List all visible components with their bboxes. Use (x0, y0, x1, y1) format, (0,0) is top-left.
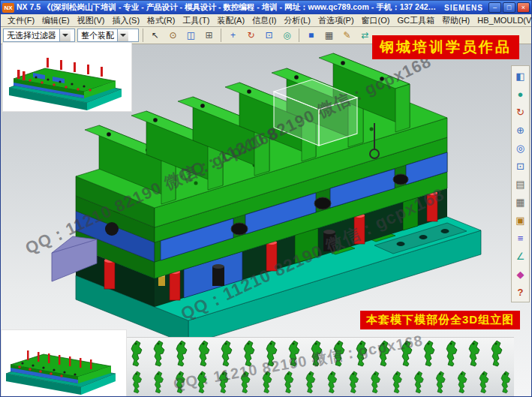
rotate-view-button[interactable]: ↻ (243, 28, 259, 43)
rotate-view-button[interactable]: ↻ (512, 104, 528, 120)
highlight-faces-button[interactable]: ⊞ (201, 28, 217, 43)
toolbar-separator (143, 29, 143, 42)
zoom-window-icon: ⊡ (265, 31, 272, 40)
shaded-cube-icon: ■ (308, 31, 314, 40)
menu-item-analysis[interactable]: 分析(L) (280, 15, 314, 26)
snapshot-button[interactable]: ▣ (512, 212, 528, 228)
assembly-preview-bottom-left (1, 329, 127, 397)
select-arrow-button[interactable]: ↖ (147, 28, 163, 43)
fit-view-button[interactable]: ◎ (279, 28, 295, 43)
rotate-icon: ↻ (247, 31, 254, 40)
object-display-icon: ◆ (517, 269, 524, 279)
trimetric-view-icon: ◧ (515, 71, 524, 81)
measure-angle-button[interactable]: ∠ (512, 248, 528, 264)
caption-banner: 本套模下模部份全3D组立图 (360, 311, 520, 329)
assembly-preview-image (2, 330, 126, 397)
shaded-view-button[interactable]: ● (512, 86, 528, 102)
wireframe-view-icon: ▦ (515, 197, 524, 207)
zoom-window-button[interactable]: ⊡ (261, 28, 277, 43)
window-title: NX 7.5 《(深圳松岗山下培训 - 专业 - 产品设计 - 模具设计 - 数… (17, 2, 439, 13)
layer-settings-button[interactable]: ≡ (512, 230, 528, 246)
snap-point-button[interactable]: ⊙ (165, 28, 181, 43)
shaded-view-button[interactable]: ■ (303, 28, 319, 43)
edit-object-display-button[interactable]: ✎ (339, 28, 355, 43)
siemens-logo: SIEMENS (444, 4, 483, 12)
toolbar-separator (299, 29, 299, 42)
nx-application-window: NX NX 7.5 《(深圳松岗山下培训 - 专业 - 产品设计 - 模具设计 … (0, 0, 532, 397)
menu-item-edit[interactable]: 编辑(E) (38, 15, 74, 26)
trimetric-view-button[interactable]: ◧ (512, 68, 528, 84)
menu-item-tools[interactable]: 工具(T) (179, 15, 213, 26)
front-view-icon: ▤ (515, 179, 524, 189)
molded-parts-row (127, 338, 514, 397)
menu-item-file[interactable]: 文件(F) (4, 15, 38, 26)
training-banner: 钢城培训学员作品 (372, 35, 519, 59)
menu-item-format[interactable]: 格式(R) (143, 15, 179, 26)
select-arrow-icon: ↖ (151, 31, 158, 40)
rotate-view-icon: ↻ (516, 107, 524, 117)
menu-item-information[interactable]: 信息(I) (248, 15, 280, 26)
assembly-scope-combo[interactable]: 整个装配 (77, 29, 139, 42)
chevron-down-icon[interactable] (117, 29, 128, 41)
minimize-button[interactable]: – (488, 2, 501, 13)
refresh-icon: ⇄ (361, 31, 368, 40)
snapshot-icon: ▣ (515, 215, 524, 225)
part-array-strip (127, 337, 514, 396)
nx-app-icon: NX (2, 3, 14, 13)
menu-item-help[interactable]: 帮助(H) (438, 15, 473, 26)
selection-scope-icon: ◫ (187, 31, 195, 40)
toolbar-separator (221, 29, 221, 42)
window-controls: – □ × (488, 2, 530, 13)
menu-item-gc-toolbox[interactable]: GC工具箱 (393, 15, 438, 26)
maximize-button[interactable]: □ (503, 2, 515, 13)
menu-item-hb-mould[interactable]: HB_MOULD(V5.3) (473, 16, 532, 25)
menu-item-view[interactable]: 视图(V) (74, 15, 109, 26)
menu-bar: 文件(F) 编辑(E) 视图(V) 插入(S) 格式(R) 工具(T) 装配(A… (1, 14, 531, 27)
edit-display-icon: ✎ (343, 31, 350, 40)
object-display-button[interactable]: ◆ (512, 266, 528, 282)
zoom-view-icon: ◎ (516, 143, 524, 153)
assembly-preview-image (3, 43, 131, 111)
front-view-button[interactable]: ▤ (512, 176, 528, 192)
selection-scope-button[interactable]: ◫ (183, 28, 199, 43)
wireframe-icon: ▦ (325, 31, 333, 40)
selection-filter-combo[interactable]: 无选择过滤器 (3, 29, 75, 42)
title-bar: NX NX 7.5 《(深圳松岗山下培训 - 专业 - 产品设计 - 模具设计 … (1, 1, 531, 14)
close-button[interactable]: × (517, 2, 530, 13)
menu-item-window[interactable]: 窗口(O) (358, 15, 394, 26)
orient-view-button[interactable]: ⊕ (512, 122, 528, 138)
wireframe-view-button[interactable]: ▦ (321, 28, 337, 43)
layer-settings-icon: ≡ (518, 233, 524, 243)
assembly-scope-value: 整个装配 (78, 30, 117, 41)
orient-view-icon: ⊕ (516, 125, 524, 135)
menu-item-assemblies[interactable]: 装配(A) (213, 15, 248, 26)
measure-angle-icon: ∠ (516, 251, 525, 261)
shaded-view-icon: ● (518, 89, 524, 99)
selection-filter-value: 无选择过滤器 (4, 30, 59, 41)
help-button[interactable]: ? (512, 284, 528, 300)
snap-point-icon: ⊙ (169, 31, 176, 40)
refresh-display-button[interactable]: ⇄ (357, 28, 373, 43)
wireframe-view-button[interactable]: ▦ (512, 194, 528, 210)
assembly-preview-top-left (2, 42, 132, 112)
fit-view-button[interactable]: ⊡ (512, 158, 528, 174)
help-icon: ? (518, 287, 524, 297)
chevron-down-icon[interactable] (59, 29, 71, 41)
menu-item-insert[interactable]: 插入(S) (108, 15, 143, 26)
fit-view-icon: ◎ (283, 31, 290, 40)
zoom-view-button[interactable]: ◎ (512, 140, 528, 156)
pan-view-button[interactable]: + (225, 28, 241, 43)
fit-view-icon: ⊡ (516, 161, 524, 171)
highlight-faces-icon: ⊞ (205, 31, 212, 40)
menu-item-preferences[interactable]: 首选项(P) (314, 15, 358, 26)
pan-icon: + (230, 31, 236, 40)
view-toolbar-right: ◧ ● ↻ ⊕ ◎ ⊡ ▤ ▦ ▣ ≡ ∠ ◆ ? (511, 65, 530, 302)
